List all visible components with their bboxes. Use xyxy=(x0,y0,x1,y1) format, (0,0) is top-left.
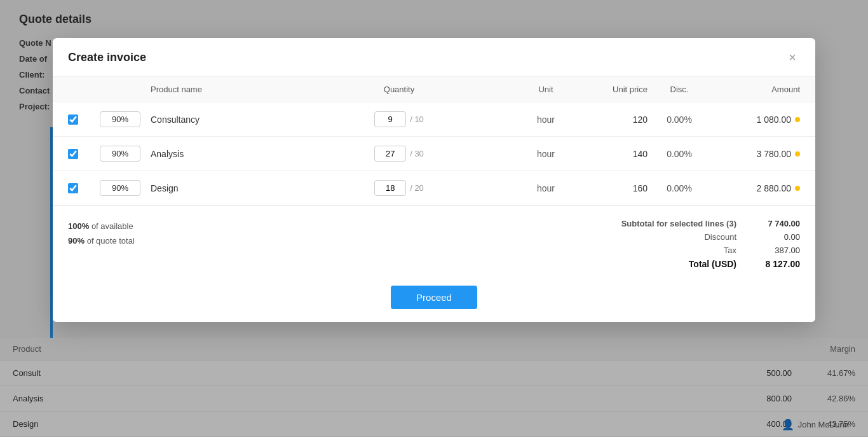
proceed-button[interactable]: Proceed xyxy=(391,286,477,309)
modal-footer: 100% of available 90% of quote total Sub… xyxy=(53,205,815,322)
subtotal-row: Subtotal for selected lines (3) 7 740.00 xyxy=(609,219,800,228)
total-label: Total (USD) xyxy=(689,259,736,269)
discount-label: Discount xyxy=(704,232,736,242)
discount-row: Discount 0.00 xyxy=(609,232,800,242)
row-price-consultancy: 120 xyxy=(571,114,648,125)
table-row: Design / 20 hour 160 0.00% 2 880.00 xyxy=(53,171,815,205)
amount-indicator-design xyxy=(795,186,800,191)
row-product-consultancy: Consultancy xyxy=(151,114,278,125)
quote-pct-label: of quote total xyxy=(87,236,135,246)
quote-pct-value: 90% xyxy=(68,236,85,246)
row-qty-consultancy[interactable]: / 10 xyxy=(278,111,520,127)
col-product-name: Product name xyxy=(151,85,278,94)
table-row: Analysis / 30 hour 140 0.00% 3 780.00 xyxy=(53,137,815,171)
table-header: Product name Quantity Unit Unit price Di… xyxy=(53,77,815,102)
subtotal-label: Subtotal for selected lines (3) xyxy=(621,219,736,228)
amount-indicator-consultancy xyxy=(795,117,800,122)
table-body: Consultancy / 10 hour 120 0.00% 1 080.00 xyxy=(53,102,815,205)
row-disc-analysis: 0.00% xyxy=(648,149,711,159)
row-unit-analysis: hour xyxy=(520,149,571,159)
footer-right-totals: Subtotal for selected lines (3) 7 740.00… xyxy=(609,219,800,273)
row-checkbox-consultancy[interactable] xyxy=(68,114,100,125)
row-product-analysis: Analysis xyxy=(151,149,278,159)
tax-row: Tax 387.00 xyxy=(609,246,800,255)
row-pct-consultancy[interactable] xyxy=(100,111,151,127)
quote-pct-row: 90% of quote total xyxy=(68,233,135,248)
col-disc: Disc. xyxy=(648,85,711,94)
row-checkbox-design[interactable] xyxy=(68,183,100,193)
row-unit-design: hour xyxy=(520,183,571,193)
col-amount: Amount xyxy=(711,85,800,94)
modal-header: Create invoice × xyxy=(53,38,815,77)
subtotal-value: 7 740.00 xyxy=(749,219,800,228)
row-pct-design[interactable] xyxy=(100,180,151,196)
proceed-btn-row: Proceed xyxy=(68,286,800,309)
col-unit: Unit xyxy=(520,85,571,94)
available-pct-label: of available xyxy=(92,221,133,231)
tax-value: 387.00 xyxy=(749,246,800,255)
available-pct-row: 100% of available xyxy=(68,219,135,233)
col-unit-price: Unit price xyxy=(571,85,648,94)
row-amount-consultancy: 1 080.00 xyxy=(711,114,800,125)
available-pct-value: 100% xyxy=(68,221,89,231)
row-amount-design: 2 880.00 xyxy=(711,183,800,193)
footer-content: 100% of available 90% of quote total Sub… xyxy=(68,219,800,273)
row-amount-analysis: 3 780.00 xyxy=(711,149,800,159)
total-row: Total (USD) 8 127.00 xyxy=(609,259,800,269)
discount-value: 0.00 xyxy=(749,232,800,242)
row-pct-analysis[interactable] xyxy=(100,146,151,162)
row-checkbox-analysis[interactable] xyxy=(68,149,100,159)
table-row: Consultancy / 10 hour 120 0.00% 1 080.00 xyxy=(53,102,815,137)
modal-title: Create invoice xyxy=(68,51,146,64)
row-qty-design[interactable]: / 20 xyxy=(278,180,520,196)
amount-indicator-analysis xyxy=(795,151,800,156)
row-disc-design: 0.00% xyxy=(648,183,711,193)
tax-label: Tax xyxy=(724,246,736,255)
col-quantity: Quantity xyxy=(278,85,520,94)
col-check xyxy=(68,85,100,94)
row-unit-consultancy: hour xyxy=(520,114,571,125)
row-price-design: 160 xyxy=(571,183,648,193)
row-product-design: Design xyxy=(151,183,278,193)
total-value: 8 127.00 xyxy=(749,259,800,269)
row-disc-consultancy: 0.00% xyxy=(648,114,711,125)
row-price-analysis: 140 xyxy=(571,149,648,159)
modal-overlay: Create invoice × Product name Quantity U… xyxy=(0,0,868,437)
create-invoice-modal: Create invoice × Product name Quantity U… xyxy=(53,38,815,322)
row-qty-analysis[interactable]: / 30 xyxy=(278,146,520,162)
close-button[interactable]: × xyxy=(785,50,800,65)
footer-left-summary: 100% of available 90% of quote total xyxy=(68,219,135,249)
col-pct xyxy=(100,85,151,94)
